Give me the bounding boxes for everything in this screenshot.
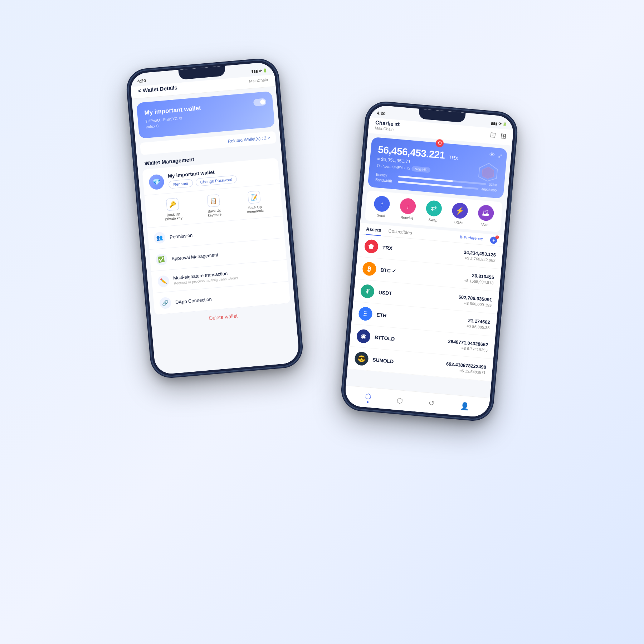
backup-mnemonic[interactable]: 📝 Back Upmnemonic	[245, 190, 264, 214]
copy-address-icon[interactable]: ⧉	[407, 166, 410, 171]
nav-profile[interactable]: 👤	[460, 401, 469, 411]
send-label: Send	[377, 213, 385, 218]
status-time: 4:20	[137, 78, 146, 84]
assets-list: ⬟ TRX 34,234,453.126 ≈$ 2,760,842.982 ₿ …	[347, 234, 503, 382]
tab-collectibles[interactable]: Collectibles	[388, 225, 413, 239]
wallet-avatar: 💎	[148, 174, 165, 190]
right-status-icons: ▮▮▮ ⟳ 🔋	[491, 121, 507, 126]
add-badge: 1	[495, 235, 499, 239]
approval-info: Approval Management	[171, 252, 219, 261]
btc-amounts: 30.810455 ≈$ 1555,934.813	[464, 272, 494, 285]
user-info: Charlie ⇄ MainChain	[375, 119, 400, 132]
energy-value: 37/60	[489, 182, 497, 187]
receive-action[interactable]: ↓ Receive	[399, 197, 416, 220]
left-content: 4:20 ▮▮▮ ⟳ 🔋 < Wallet Details MainChain …	[130, 62, 300, 375]
keystore-icon: 📋	[207, 194, 220, 208]
left-phone-screen: 4:20 ▮▮▮ ⟳ 🔋 < Wallet Details MainChain …	[130, 62, 300, 375]
btc-name: BTC ✓	[380, 267, 460, 279]
swap-icon: ⇄	[425, 200, 443, 217]
status-icons: ▮▮▮ ⟳ 🔋	[252, 68, 267, 73]
nav-history[interactable]: ↺	[428, 399, 435, 408]
tab-assets[interactable]: Assets	[366, 223, 382, 236]
wallet-card: My important wallet THPvaU...Fhn5YC ⧉ In…	[136, 91, 275, 139]
mnemonic-icon: 📝	[248, 191, 261, 204]
usdt-amounts: 602,786.035091 ≈$ 606,000.199	[458, 294, 492, 307]
non-hd-badge: Non-HD	[411, 166, 430, 173]
bttold-amounts: 2648771.04328662 ≈$ 6.77419355	[448, 338, 488, 352]
stake-icon: ⚡	[452, 202, 469, 219]
usdt-icon: ₮	[360, 284, 375, 299]
vote-icon: 🗳	[477, 204, 494, 221]
nav-profile-icon: 👤	[460, 401, 469, 411]
bttold-icon: ◉	[356, 329, 371, 343]
eth-icon: Ξ	[358, 306, 373, 321]
eth-amounts: 21.174682 ≈$ 85,885.35	[467, 317, 490, 330]
scan-icon[interactable]: ⊡	[489, 130, 496, 139]
preference-button[interactable]: ⇅ Preference	[459, 235, 483, 241]
bandwidth-label: Bandwidth	[375, 178, 395, 184]
permission-label: Permission	[169, 232, 192, 240]
multisig-icon: ✏️	[157, 275, 170, 288]
swap-action[interactable]: ⇄ Swap	[425, 200, 443, 223]
nav-assets-icon: ⬡	[365, 392, 371, 401]
btc-icon: ₿	[362, 262, 377, 276]
sunold-icon: 😎	[354, 351, 369, 366]
qr-icon[interactable]: ⊞	[500, 131, 507, 140]
send-action[interactable]: ↑ Send	[373, 195, 391, 218]
receive-icon: ↓	[400, 197, 417, 215]
balance-card: 👁 ⤢ 56,456,453.221 TRX ≈ $3,951,951.71 T…	[367, 137, 507, 199]
backup-private-key[interactable]: 🔑 Back Upprivate key	[164, 197, 183, 221]
copy-icon[interactable]: ⧉	[179, 116, 182, 121]
backup-mnemonic-label: Back Upmnemonic	[247, 205, 264, 214]
bottom-nav: ⬡ ⬡ ↺ 👤	[344, 385, 490, 418]
backup-keystore[interactable]: 📋 Back Upkeystore	[206, 194, 222, 218]
right-status-time: 4:20	[377, 111, 386, 116]
approval-icon: ✅	[155, 253, 168, 266]
multisig-info: Multi-signature transaction Request or p…	[173, 270, 238, 286]
eye-icon[interactable]: 👁	[489, 152, 496, 159]
receive-label: Receive	[400, 215, 414, 220]
trx-icon: ⬟	[364, 239, 379, 254]
trx-amounts: 34,234,453.126 ≈$ 2,760,842.982	[463, 249, 496, 263]
header-chain: MainChain	[249, 77, 268, 83]
key-icon: 🔑	[166, 198, 179, 211]
stake-action[interactable]: ⚡ Stake	[451, 202, 468, 225]
nav-collectibles[interactable]: ⬡	[396, 396, 403, 405]
swap-label: Swap	[428, 218, 438, 222]
dapp-info: DApp Connection	[175, 296, 212, 305]
send-icon: ↑	[374, 195, 391, 213]
energy-label: Energy	[376, 172, 396, 178]
right-phone: 4:20 ▮▮▮ ⟳ 🔋 Charlie ⇄ MainChain ⊡ ⊞	[341, 101, 517, 421]
phones-container: 4:20 ▮▮▮ ⟳ 🔋 < Wallet Details MainChain …	[125, 36, 519, 608]
bttold-name: BTTOLD	[374, 334, 444, 346]
tron-coin: ⬡	[435, 139, 444, 147]
backup-private-key-label: Back Upprivate key	[165, 212, 182, 221]
nav-assets-dot	[367, 401, 369, 403]
stake-label: Stake	[454, 220, 463, 225]
sunold-amounts: 692.418878222498 ≈$ 13.5483871	[445, 361, 486, 375]
left-phone: 4:20 ▮▮▮ ⟳ 🔋 < Wallet Details MainChain …	[126, 58, 303, 378]
vote-label: Vote	[481, 222, 489, 227]
bandwidth-value: 4000/5000	[481, 187, 497, 192]
header-actions: ⊡ ⊞	[489, 130, 507, 140]
expand-icon[interactable]: ⤢	[498, 152, 503, 160]
permission-icon: 👥	[153, 231, 166, 244]
balance-icons: 👁 ⤢	[489, 152, 503, 160]
nav-assets[interactable]: ⬡	[365, 392, 372, 403]
wallet-management: 💎 My important wallet Rename Change Pass…	[142, 158, 290, 315]
right-phone-screen: 4:20 ▮▮▮ ⟳ 🔋 Charlie ⇄ MainChain ⊡ ⊞	[344, 104, 514, 418]
dapp-icon: 🔗	[159, 297, 172, 309]
vote-action[interactable]: 🗳 Vote	[477, 204, 494, 227]
svg-marker-1	[482, 166, 494, 179]
add-asset-button[interactable]: + 1	[490, 236, 498, 244]
change-password-button[interactable]: Change Password	[195, 175, 237, 186]
nav-collectibles-icon: ⬡	[396, 396, 403, 405]
sunold-name: SUNOLD	[372, 357, 442, 369]
right-content: 4:20 ▮▮▮ ⟳ 🔋 Charlie ⇄ MainChain ⊡ ⊞	[344, 104, 514, 418]
tron-logo	[477, 161, 500, 184]
back-button[interactable]: < Wallet Details	[138, 84, 177, 94]
trx-name: TRX	[382, 244, 459, 257]
eth-name: ETH	[376, 312, 463, 325]
usdt-name: USDT	[378, 289, 454, 302]
rename-button[interactable]: Rename	[168, 179, 193, 189]
